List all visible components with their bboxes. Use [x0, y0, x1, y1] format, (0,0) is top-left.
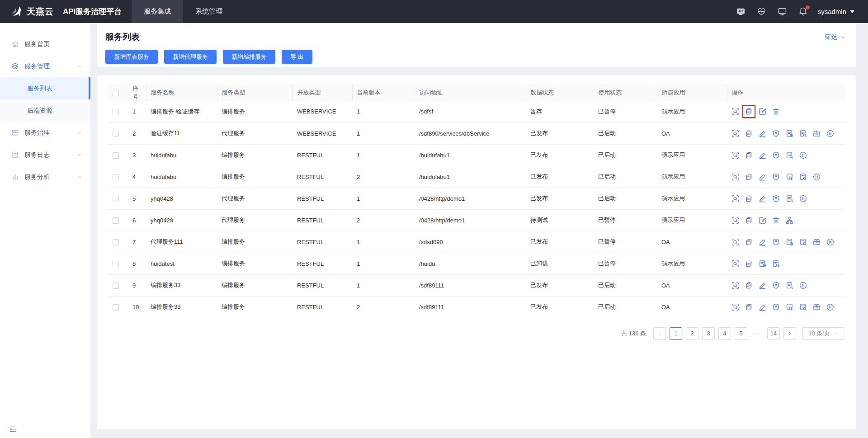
row-checkbox[interactable] — [113, 152, 119, 159]
copy-icon[interactable] — [745, 303, 753, 311]
row-checkbox[interactable] — [113, 217, 119, 224]
pencil-icon[interactable] — [759, 195, 766, 203]
edit-square-icon[interactable] — [759, 108, 766, 115]
top-tab[interactable]: 服务集成 — [132, 0, 183, 23]
sidebar-subitem[interactable]: 服务列表 — [0, 77, 90, 99]
shield-icon[interactable] — [772, 173, 780, 181]
pause-icon[interactable] — [826, 130, 834, 137]
row-checkbox[interactable] — [113, 239, 119, 245]
pause-icon[interactable] — [826, 303, 834, 311]
box-x-icon[interactable] — [813, 130, 821, 137]
view-icon[interactable] — [731, 217, 739, 224]
doc-plus-icon[interactable] — [759, 260, 766, 268]
shield-icon[interactable] — [772, 282, 780, 289]
sidebar-item[interactable]: 服务分析 — [0, 166, 90, 188]
page-button[interactable]: 4 — [718, 327, 731, 340]
edit-square-icon[interactable] — [759, 217, 766, 224]
copy-icon[interactable] — [745, 173, 753, 181]
doc-search-icon[interactable] — [772, 260, 780, 268]
user-menu[interactable]: sysadmin — [818, 8, 854, 15]
view-icon[interactable] — [731, 108, 739, 115]
doc-plus-icon[interactable] — [786, 130, 793, 137]
copy-icon[interactable] — [745, 217, 753, 224]
monitor-icon[interactable] — [778, 7, 787, 16]
health-icon[interactable] — [757, 7, 766, 16]
sidebar-item[interactable]: 服务管理 — [0, 55, 90, 77]
row-checkbox[interactable] — [113, 304, 119, 311]
shield-icon[interactable] — [772, 151, 780, 159]
api-badge-icon[interactable] — [736, 7, 745, 16]
view-icon[interactable] — [731, 151, 739, 159]
view-icon[interactable] — [731, 260, 739, 268]
row-checkbox[interactable] — [113, 283, 119, 289]
pencil-icon[interactable] — [759, 238, 766, 246]
doc-cursor-icon[interactable] — [786, 303, 793, 311]
pencil-icon[interactable] — [759, 282, 766, 289]
toolbar-button[interactable]: 导 出 — [282, 50, 312, 64]
toolbar-button[interactable]: 新增编排服务 — [223, 50, 275, 64]
bell-icon[interactable] — [798, 7, 808, 16]
view-icon[interactable] — [731, 130, 739, 137]
copy-icon[interactable] — [745, 151, 753, 159]
doc-search-icon[interactable] — [799, 303, 807, 311]
sidebar-item[interactable]: 服务治理 — [0, 122, 90, 144]
doc-search-icon[interactable] — [799, 238, 807, 246]
toolbar-button[interactable]: 新增库表服务 — [105, 50, 158, 64]
doc-search-icon[interactable] — [786, 195, 793, 203]
box-x-icon[interactable] — [813, 303, 821, 311]
doc-search-icon[interactable] — [799, 130, 807, 137]
select-all-checkbox[interactable] — [113, 90, 119, 96]
row-checkbox[interactable] — [113, 174, 119, 180]
row-checkbox[interactable] — [113, 196, 119, 202]
row-checkbox[interactable] — [113, 109, 119, 115]
doc-search-icon[interactable] — [786, 151, 793, 159]
sidebar-item[interactable]: 服务首页 — [0, 33, 90, 55]
sidebar-item[interactable]: 服务日志 — [0, 144, 90, 166]
filter-toggle[interactable]: 筛选 — [825, 33, 846, 41]
pencil-icon[interactable] — [759, 303, 766, 311]
doc-search-icon[interactable] — [799, 173, 807, 181]
row-checkbox[interactable] — [113, 261, 119, 267]
page-button[interactable]: 14 — [767, 327, 780, 340]
copy-icon[interactable] — [745, 130, 753, 137]
doc-plus-icon[interactable] — [786, 238, 793, 246]
trash-icon[interactable] — [772, 217, 780, 224]
row-checkbox[interactable] — [113, 131, 119, 137]
copy-icon[interactable] — [745, 108, 753, 115]
view-icon[interactable] — [731, 303, 739, 311]
collapse-menu-icon[interactable] — [9, 425, 17, 433]
pencil-icon[interactable] — [759, 130, 766, 137]
page-button[interactable]: 2 — [686, 327, 698, 340]
play-icon[interactable] — [826, 238, 834, 246]
page-size-select[interactable]: 10 条/页 — [802, 327, 844, 340]
doc-search-icon[interactable] — [786, 282, 793, 289]
shield-icon[interactable] — [772, 195, 780, 203]
sitemap-icon[interactable] — [786, 217, 793, 224]
top-tab[interactable]: 系统管理 — [183, 0, 235, 23]
toolbar-button[interactable]: 新增代理服务 — [164, 50, 217, 64]
doc-cursor-icon[interactable] — [786, 173, 793, 181]
page-button[interactable]: 5 — [735, 327, 747, 340]
copy-icon[interactable] — [745, 238, 753, 246]
shield-icon[interactable] — [772, 303, 780, 311]
pencil-icon[interactable] — [759, 151, 766, 159]
pause-icon[interactable] — [799, 195, 807, 203]
next-page-button[interactable] — [783, 327, 796, 340]
pencil-icon[interactable] — [759, 173, 766, 181]
prev-page-button[interactable] — [653, 327, 666, 340]
view-icon[interactable] — [731, 238, 739, 246]
trash-icon[interactable] — [772, 108, 780, 115]
copy-icon[interactable] — [745, 195, 753, 203]
pause-icon[interactable] — [813, 173, 821, 181]
pause-icon[interactable] — [799, 151, 807, 159]
shield-icon[interactable] — [772, 130, 780, 137]
copy-icon[interactable] — [745, 282, 753, 289]
sidebar-subitem[interactable]: 后端资源 — [0, 99, 90, 122]
shield-icon[interactable] — [772, 238, 780, 246]
page-button[interactable]: 1 — [670, 327, 682, 340]
view-icon[interactable] — [731, 195, 739, 203]
view-icon[interactable] — [731, 173, 739, 181]
page-button[interactable]: 3 — [702, 327, 715, 340]
box-x-icon[interactable] — [813, 238, 821, 246]
copy-icon[interactable] — [745, 260, 753, 268]
